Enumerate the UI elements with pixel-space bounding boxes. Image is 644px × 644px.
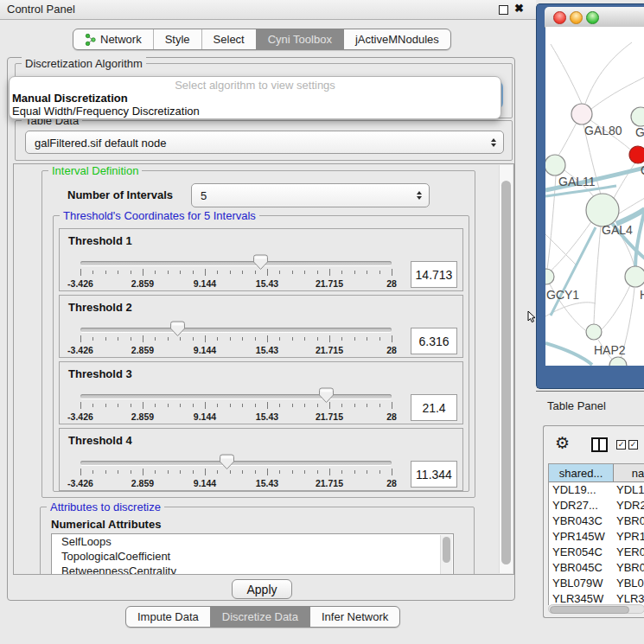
gear-icon[interactable]: ⚙ [555,433,570,453]
float-window-icon[interactable] [499,5,508,15]
tab-label: Cyni Toolbox [268,33,332,46]
close-icon[interactable]: ✖ [514,2,524,15]
network-node-gal80[interactable] [571,104,592,124]
network-node-h[interactable] [625,266,644,287]
tick-mark [143,335,143,342]
network-node-gal4[interactable] [586,194,619,226]
attribute-item-betweennesscentrality[interactable]: BetweennessCentrality [52,564,453,575]
apply-button[interactable]: Apply [232,579,292,599]
dropdown-option-equal-width-frequency-discretization[interactable]: Equal Width/Frequency Discretization [10,105,501,118]
tab-impute-data[interactable]: Impute Data [126,607,210,627]
mouse-cursor [527,311,538,323]
tick-mark [230,470,231,474]
tab-cyni-toolbox[interactable]: Cyni Toolbox [256,29,343,49]
settings-scroll-area: Interval Definition Number of Intervals … [13,163,514,575]
table-horizontal-scrollbar[interactable] [548,604,644,614]
tick-label: 15.43 [256,478,278,488]
network-node-red-node[interactable] [629,146,644,163]
network-node-hap2[interactable] [586,324,602,340]
slider-track[interactable] [80,328,392,332]
table-row[interactable]: YDR27...YDR27 [549,498,644,513]
tab-label: Network [100,33,142,46]
close-traffic-light-icon[interactable] [553,11,566,24]
threshold-value-field[interactable]: 11.344 [411,461,457,488]
table-panel-title: Table Panel [547,399,606,412]
tick-mark [304,470,305,474]
tick-mark [255,470,256,474]
tab-select[interactable]: Select [201,29,256,49]
num-intervals-label: Number of Intervals [67,188,173,201]
slider-track[interactable] [80,394,392,399]
table-cell: YBR043C [549,513,613,529]
num-intervals-combo[interactable]: 5 [191,183,430,207]
threshold-label: Threshold 3 [68,367,132,380]
tab-style[interactable]: Style [153,29,201,49]
tab-jactivemnodules[interactable]: jActiveMNodules [343,29,450,49]
column-header-name[interactable]: name [614,464,644,482]
table-row[interactable]: YBR045CYBR04 [549,560,644,576]
dropdown-option-manual-discretization[interactable]: Manual Discretization [10,92,501,105]
settings-scrollbar-thumb[interactable] [501,181,511,564]
table-cell: YBL07 [613,576,644,591]
table-cell: YBR04 [613,513,644,529]
checkbox-icon[interactable]: ✓ [616,440,626,450]
tab-discretize-data[interactable]: Discretize Data [210,607,309,627]
network-node-g[interactable] [631,107,644,126]
tick-mark [131,404,131,407]
tick-label: 28 [386,411,397,422]
tick-mark [143,269,143,276]
network-node-partial-bottom[interactable] [609,357,627,366]
network-window-titlebar [545,7,644,28]
thresholds-group: Threshold's Coordinates for 5 Intervals … [53,215,469,492]
tick-mark [329,269,330,276]
settings-scrollbar[interactable] [499,165,513,573]
tick-mark [80,469,81,475]
threshold-value-field[interactable]: 14.713 [411,261,457,288]
slider-ticks [80,335,392,343]
table-row[interactable]: YBR043CYBR04 [549,513,644,529]
attribute-item-selfloops[interactable]: SelfLoops [52,534,453,549]
tab-network[interactable]: Network [73,29,153,49]
numerical-attributes-list[interactable]: SelfLoopsTopologicalCoefficientBetweenne… [51,533,454,575]
network-node-gcy1[interactable] [545,269,554,284]
tick-mark [118,404,118,407]
table-scrollbar-thumb[interactable] [550,606,629,614]
zoom-traffic-light-icon[interactable] [586,11,599,24]
tick-mark [80,335,81,342]
tick-mark [217,404,218,407]
tick-mark [155,404,156,407]
network-edge [551,44,582,104]
table-cell: YER054C [549,545,613,560]
network-node-gal11[interactable] [545,155,565,175]
top-tab-bar: NetworkStyleSelectCyni ToolboxjActiveMNo… [73,29,451,50]
tick-mark [155,271,156,274]
network-icon [85,34,96,46]
table-row[interactable]: YBL079WYBL07 [549,576,644,591]
table-data-combo[interactable]: galFiltered.sif default node [25,131,504,154]
table-row[interactable]: YLR345WYLR34 [549,591,644,605]
column-header-shared-[interactable]: shared... [549,464,614,482]
threshold-value-field[interactable]: 21.4 [411,394,457,421]
table-row[interactable]: YDL19...YDL19 [549,482,644,498]
attribute-item-topologicalcoefficient[interactable]: TopologicalCoefficient [52,549,453,564]
tick-mark [304,271,305,274]
network-canvas[interactable]: GAL80GACGAL11GAL4GCY1HHAP2 [545,27,644,366]
node-attribute-table[interactable]: shared...nameYDL19...YDL19YDR27...YDR27Y… [548,463,644,605]
slider-track[interactable] [80,261,392,265]
table-row[interactable]: YPR145WYPR14 [549,529,644,545]
tab-infer-network[interactable]: Infer Network [309,607,399,627]
minimize-traffic-light-icon[interactable] [570,11,583,24]
table-row[interactable]: YER054CYER05 [549,545,644,560]
checkbox-icon[interactable]: ✓ [628,440,638,450]
table-panel-divider [536,391,644,392]
tick-label: 9.144 [194,278,216,289]
tab-label: Impute Data [137,610,199,623]
split-view-icon[interactable] [591,437,608,452]
slider-track[interactable] [80,461,392,465]
threshold-value-field[interactable]: 6.316 [411,328,457,354]
slider-tick-labels: -3.4262.8599.14415.4321.71528 [80,411,392,422]
list-scrollbar-thumb[interactable] [443,537,450,563]
tick-mark [292,470,293,474]
list-scrollbar[interactable] [440,535,452,575]
tick-mark [304,404,305,407]
